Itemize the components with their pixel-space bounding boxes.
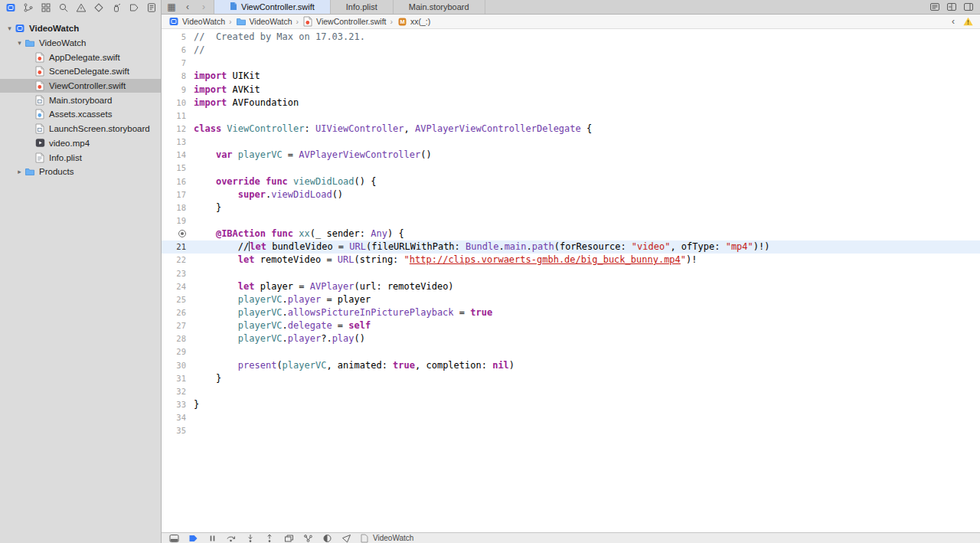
- code-line-10[interactable]: 10import AVFoundation: [162, 96, 980, 110]
- line-number[interactable]: 31: [162, 372, 194, 385]
- view-hierarchy-icon[interactable]: [283, 534, 294, 543]
- sidebar-item-viewcontroller-swift[interactable]: ViewController.swift: [0, 79, 161, 93]
- issue-navigator-icon[interactable]: [76, 2, 87, 13]
- sidebar-item-products[interactable]: ▸Products: [0, 165, 161, 179]
- code-line-16[interactable]: 16 override func viewDidLoad() {: [162, 175, 980, 188]
- code-line-30[interactable]: 30 present(playerVC, animated: true, com…: [162, 359, 980, 372]
- line-number[interactable]: 28: [162, 332, 194, 345]
- line-number[interactable]: 35: [162, 424, 194, 437]
- report-navigator-icon[interactable]: [146, 2, 157, 13]
- line-number[interactable]: 32: [162, 385, 194, 398]
- tab-viewcontroller-swift[interactable]: ViewController.swift: [214, 0, 331, 14]
- sidebar-item-video-mp4[interactable]: video.mp4: [0, 136, 161, 151]
- code-line-31[interactable]: 31 }: [162, 372, 980, 385]
- sidebar-item-appdelegate-swift[interactable]: AppDelegate.swift: [0, 50, 161, 64]
- sidebar-item-videowatch[interactable]: ▾VideoWatch: [0, 36, 161, 51]
- breadcrumb-xx[interactable]: Mxx(_:): [397, 16, 430, 27]
- disclosure-triangle[interactable]: ▾: [5, 25, 15, 32]
- disclosure-triangle[interactable]: ▾: [15, 39, 24, 47]
- disclosure-triangle[interactable]: ▸: [15, 168, 24, 175]
- line-number[interactable]: 7: [162, 57, 194, 70]
- line-number[interactable]: [162, 227, 194, 240]
- add-editor-icon[interactable]: [946, 2, 957, 12]
- step-into-icon[interactable]: [245, 534, 256, 543]
- breakpoints-toggle-icon[interactable]: [188, 534, 198, 543]
- line-number[interactable]: 5: [162, 31, 194, 44]
- line-number[interactable]: 19: [162, 214, 194, 227]
- code-line-17[interactable]: 17 super.viewDidLoad(): [162, 188, 980, 201]
- code-line-14[interactable]: 14 var playerVC = AVPlayerViewController…: [162, 149, 980, 162]
- line-number[interactable]: 8: [162, 70, 194, 83]
- code-line-9[interactable]: 9import AVKit: [162, 83, 980, 96]
- code-line-6[interactable]: 6//: [162, 44, 980, 57]
- sidebar-item-videowatch[interactable]: ▾VideoWatch: [0, 21, 161, 36]
- line-number[interactable]: 22: [162, 254, 194, 267]
- find-navigator-icon[interactable]: [58, 2, 69, 13]
- sidebar-item-info-plist[interactable]: Info.plist: [0, 150, 161, 165]
- hide-debug-area-icon[interactable]: [168, 534, 179, 543]
- line-number[interactable]: 24: [162, 280, 194, 293]
- line-number[interactable]: 11: [162, 110, 194, 123]
- debug-navigator-icon[interactable]: [111, 2, 122, 13]
- line-number[interactable]: 10: [162, 96, 194, 110]
- code-line-18[interactable]: 18 }: [162, 201, 980, 214]
- code-line-27[interactable]: 27 playerVC.delegate = self: [162, 319, 980, 332]
- line-number[interactable]: 25: [162, 293, 194, 306]
- code-line-13[interactable]: 13: [162, 136, 980, 149]
- tab-info-plist[interactable]: Info.plist: [331, 0, 394, 14]
- code-line-24[interactable]: 24 let player = AVPlayer(url: remoteVide…: [162, 280, 980, 293]
- warning-icon[interactable]: [963, 16, 973, 27]
- line-number[interactable]: 34: [162, 411, 194, 424]
- line-number[interactable]: 23: [162, 267, 194, 280]
- line-number[interactable]: 14: [162, 149, 194, 162]
- breadcrumb-videowatch[interactable]: VideoWatch: [236, 16, 292, 27]
- code-line-5[interactable]: 5// Created by Max on 17.03.21.: [162, 31, 980, 44]
- source-editor[interactable]: 5// Created by Max on 17.03.21.6//78impo…: [162, 29, 980, 532]
- line-number[interactable]: 9: [162, 83, 194, 96]
- code-line-34[interactable]: 34: [162, 411, 980, 424]
- code-line-11[interactable]: 11: [162, 110, 980, 123]
- line-number[interactable]: 6: [162, 44, 194, 57]
- code-line-8[interactable]: 8import UIKit: [162, 70, 980, 83]
- line-number[interactable]: 17: [162, 188, 194, 201]
- source-control-navigator-icon[interactable]: [23, 2, 34, 13]
- step-over-icon[interactable]: [226, 534, 237, 543]
- code-line-15[interactable]: 15: [162, 162, 980, 175]
- line-number[interactable]: 18: [162, 201, 194, 214]
- code-line-23[interactable]: 23: [162, 267, 980, 280]
- breadcrumb-videowatch[interactable]: VideoWatch: [168, 16, 225, 27]
- sidebar-item-scenedelegate-swift[interactable]: SceneDelegate.swift: [0, 64, 161, 79]
- ibaction-connection-icon[interactable]: [178, 230, 186, 237]
- code-line-21[interactable]: 21 //let bundleVideo = URL(fileURLWithPa…: [162, 240, 980, 254]
- related-items-icon[interactable]: ▦: [167, 2, 176, 12]
- sidebar-item-launchscreen-storyboard[interactable]: LaunchScreen.storyboard: [0, 122, 161, 136]
- code-line-35[interactable]: 35: [162, 424, 980, 437]
- line-number[interactable]: 27: [162, 319, 194, 332]
- line-number[interactable]: 26: [162, 306, 194, 319]
- editor-options-icon[interactable]: [929, 2, 940, 12]
- step-out-icon[interactable]: [264, 534, 275, 543]
- code-line-33[interactable]: 33}: [162, 398, 980, 411]
- code-line-12[interactable]: 12class ViewController: UIViewController…: [162, 123, 980, 136]
- go-forward-icon[interactable]: ›: [199, 2, 208, 12]
- line-number[interactable]: 29: [162, 345, 194, 358]
- memory-graph-icon[interactable]: [302, 534, 313, 543]
- code-line-32[interactable]: 32: [162, 385, 980, 398]
- breakpoint-navigator-icon[interactable]: [129, 2, 139, 13]
- line-number[interactable]: 12: [162, 123, 194, 136]
- inspector-toggle-icon[interactable]: [963, 2, 974, 12]
- simulate-location-icon[interactable]: [341, 534, 351, 543]
- code-line-7[interactable]: 7: [162, 57, 980, 70]
- line-number[interactable]: 33: [162, 398, 194, 411]
- sidebar-item-assets-xcassets[interactable]: Assets.xcassets: [0, 107, 161, 122]
- tab-main-storyboard[interactable]: Main.storyboard: [394, 0, 485, 14]
- environment-overrides-icon[interactable]: [322, 534, 332, 543]
- pause-icon[interactable]: [207, 534, 217, 543]
- code-line-29[interactable]: 29: [162, 345, 980, 358]
- sidebar-item-main-storyboard[interactable]: Main.storyboard: [0, 93, 161, 107]
- project-navigator-icon[interactable]: [5, 2, 16, 13]
- test-navigator-icon[interactable]: [93, 2, 104, 13]
- go-back-icon[interactable]: ‹: [183, 2, 192, 12]
- line-number[interactable]: 13: [162, 136, 194, 149]
- line-number[interactable]: 30: [162, 359, 194, 372]
